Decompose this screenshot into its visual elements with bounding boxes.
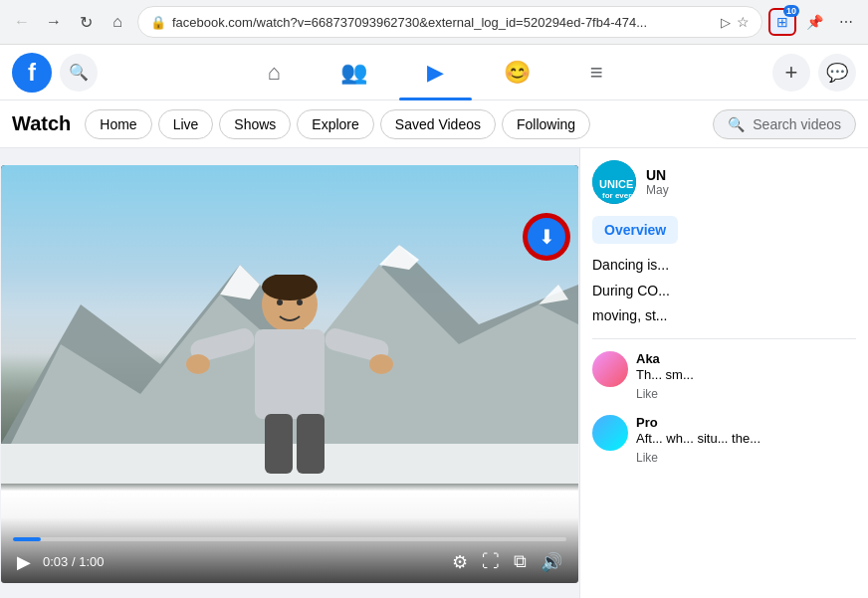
comment-content-1: Aka Th... sm... Like (636, 351, 856, 401)
create-button[interactable]: + (772, 54, 810, 92)
time-display: 0:03 / 1:00 (43, 554, 104, 569)
comment-text-2: Aft... wh... situ... the... (636, 430, 856, 448)
home-icon: ⌂ (267, 60, 280, 86)
download-icon: ⬇ (539, 225, 555, 249)
gaming-icon: 😊 (504, 60, 531, 86)
svg-text:for every child: for every child (602, 191, 636, 200)
controls-row: ▶ 0:03 / 1:00 ⚙ ⛶ (13, 549, 566, 575)
star-icon: ☆ (737, 14, 750, 30)
video-container[interactable]: ⬇ ▶ 0:03 / 1:00 (1, 165, 578, 583)
watch-nav-following[interactable]: Following (502, 109, 590, 139)
svg-point-17 (297, 299, 303, 305)
right-sidebar: UNICE for every child UN May Overview Da… (579, 148, 868, 598)
unicef-logo: UNICE for every child (592, 160, 636, 204)
svg-rect-14 (265, 414, 293, 474)
forward-button[interactable]: → (40, 8, 68, 36)
nav-home[interactable]: ⌂ (239, 49, 308, 97)
nav-gaming[interactable]: 😊 (476, 49, 558, 97)
reload-button[interactable]: ↻ (72, 8, 100, 36)
browser-more-button[interactable]: ⋯ (832, 8, 860, 36)
fb-nav-center: ⌂ 👥 ▶ 😊 ≡ (98, 49, 772, 97)
svg-rect-9 (255, 329, 325, 419)
facebook-navbar: f 🔍 ⌂ 👥 ▶ 😊 ≡ + 💬 (0, 45, 868, 100)
comment-avatar-2 (592, 415, 628, 451)
video-icon: ▶ (427, 60, 444, 86)
progress-fill (13, 537, 41, 541)
watch-nav-shows[interactable]: Shows (219, 109, 291, 139)
comment-avatar-1 (592, 351, 628, 387)
nav-menu[interactable]: ≡ (562, 49, 631, 97)
overview-button[interactable]: Overview (592, 216, 678, 244)
description-line3: moving, st... (592, 306, 856, 326)
comment-like-1[interactable]: Like (636, 387, 856, 401)
channel-details: UN May (646, 167, 856, 197)
messenger-button[interactable]: 💬 (818, 54, 856, 92)
pip-button[interactable]: ⧉ (510, 549, 531, 575)
comment-item: Aka Th... sm... Like (592, 351, 856, 401)
back-button[interactable]: ← (8, 8, 36, 36)
fb-search-button[interactable]: 🔍 (60, 54, 98, 92)
watch-bar: Watch Home Live Shows Explore Saved Vide… (0, 100, 868, 148)
play-button[interactable]: ▶ (13, 549, 35, 575)
fullscreen-button[interactable]: ⛶ (478, 549, 504, 575)
comment-text-1: Th... sm... (636, 366, 856, 384)
description-line2: During CO... (592, 282, 856, 301)
menu-icon: ≡ (590, 60, 603, 86)
svg-point-16 (277, 299, 283, 305)
comment-item-2: Pro Aft... wh... situ... the... Like (592, 415, 856, 465)
navigate-icon: ▷ (721, 15, 731, 30)
channel-info: UNICE for every child UN May (592, 160, 856, 204)
settings-button[interactable]: ⚙ (448, 549, 472, 575)
comment-name-1: Aka (636, 351, 856, 366)
address-bar[interactable]: 🔒 facebook.com/watch?v=668737093962730&e… (137, 6, 762, 38)
child-figure-svg (180, 275, 399, 553)
pin-button[interactable]: 📌 (800, 8, 828, 36)
progress-bar[interactable] (13, 537, 566, 541)
browser-toolbar: ← → ↻ ⌂ 🔒 facebook.com/watch?v=668737093… (0, 0, 868, 44)
channel-name: UN (646, 167, 856, 183)
svg-point-13 (369, 354, 393, 374)
home-button[interactable]: ⌂ (104, 8, 131, 36)
watch-nav-home[interactable]: Home (85, 109, 151, 139)
fb-nav-right: + 💬 (772, 54, 856, 92)
svg-text:UNICE: UNICE (599, 178, 633, 190)
right-controls: ⚙ ⛶ ⧉ 🔊 (448, 549, 566, 575)
comment-content-2: Pro Aft... wh... situ... the... Like (636, 415, 856, 465)
extension-button[interactable]: ⊞ 10 (768, 8, 796, 36)
search-icon: 🔍 (69, 63, 89, 82)
video-controls: ▶ 0:03 / 1:00 ⚙ ⛶ (1, 517, 578, 583)
volume-button[interactable]: 🔊 (537, 549, 566, 575)
nav-buttons: ← → ↻ ⌂ (8, 8, 131, 36)
nav-friends[interactable]: 👥 (313, 49, 395, 97)
svg-rect-15 (297, 414, 325, 474)
watch-search-icon: 🔍 (728, 116, 745, 132)
download-button[interactable]: ⬇ (525, 215, 568, 259)
watch-search-placeholder: Search videos (753, 116, 841, 132)
sidebar-divider (592, 338, 856, 339)
description-line1: Dancing is... (592, 256, 856, 276)
main-content: ⬇ ▶ 0:03 / 1:00 (0, 148, 868, 598)
extension-badge: 10 (783, 5, 799, 17)
address-text: facebook.com/watch?v=668737093962730&ext… (172, 15, 715, 30)
comment-name-2: Pro (636, 415, 856, 430)
friends-icon: 👥 (340, 60, 367, 86)
watch-nav-explore[interactable]: Explore (297, 109, 373, 139)
watch-nav-saved[interactable]: Saved Videos (380, 109, 496, 139)
lock-icon: 🔒 (150, 15, 166, 30)
watch-search-bar[interactable]: 🔍 Search videos (713, 109, 856, 139)
browser-chrome: ← → ↻ ⌂ 🔒 facebook.com/watch?v=668737093… (0, 0, 868, 45)
comment-like-2[interactable]: Like (636, 451, 856, 465)
nav-watch[interactable]: ▶ (399, 49, 472, 97)
video-area: ⬇ ▶ 0:03 / 1:00 (0, 148, 579, 598)
channel-avatar: UNICE for every child (592, 160, 636, 204)
watch-title: Watch (12, 112, 71, 135)
channel-date: May (646, 183, 856, 197)
browser-actions: ⊞ 10 📌 ⋯ (768, 8, 860, 36)
watch-nav-live[interactable]: Live (158, 109, 214, 139)
svg-point-12 (186, 354, 210, 374)
facebook-logo[interactable]: f (12, 53, 52, 93)
